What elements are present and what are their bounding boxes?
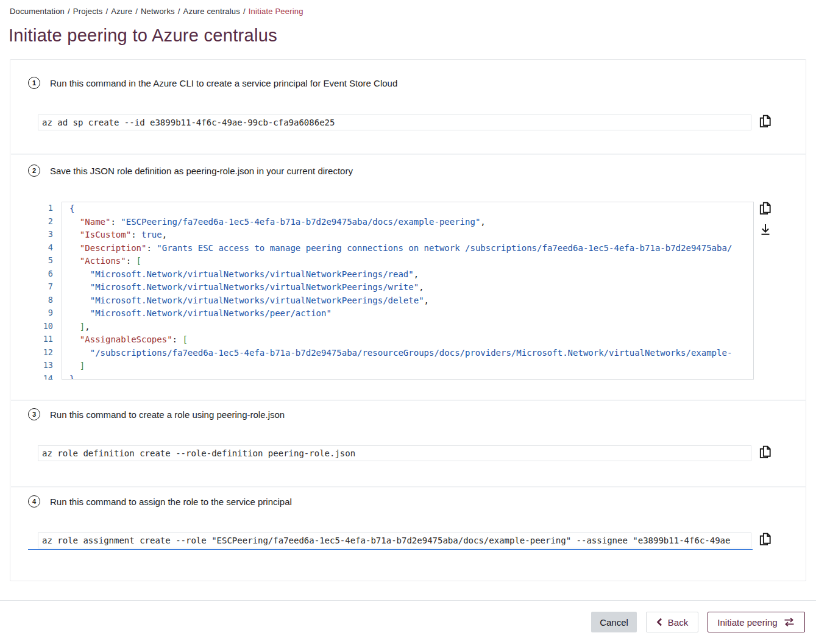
code-line: "/subscriptions/fa7eed6a-1ec5-4efa-b71a-… <box>69 347 753 360</box>
line-number: 11 <box>28 333 62 346</box>
line-number: 4 <box>28 241 62 255</box>
code-line: "IsCustom": true, <box>69 228 753 242</box>
copy-icon <box>759 445 772 459</box>
step-1-copy-button[interactable] <box>758 113 773 129</box>
line-number: 6 <box>28 267 62 281</box>
breadcrumb-separator: / <box>135 7 138 16</box>
step-1-number-badge: 1 <box>28 77 40 89</box>
breadcrumb: Documentation/Projects/Azure/Networks/Az… <box>10 7 303 16</box>
breadcrumb-separator: / <box>243 7 246 16</box>
step-2-header: 2 Save this JSON role definition as peer… <box>28 165 353 177</box>
line-number: 7 <box>28 280 62 294</box>
step-3-copy-button[interactable] <box>758 444 773 460</box>
line-number: 8 <box>28 294 62 307</box>
code-line: "Microsoft.Network/virtualNetworks/virtu… <box>69 294 753 308</box>
download-icon <box>759 222 772 237</box>
breadcrumb-item-documentation[interactable]: Documentation <box>10 7 65 16</box>
cancel-button[interactable]: Cancel <box>591 612 637 632</box>
step-4-copy-button[interactable] <box>758 531 773 547</box>
line-number: 1 <box>28 202 62 215</box>
editor-gutter: 1234567891011121314 <box>28 202 62 380</box>
step-4-header: 4 Run this command to assign the role to… <box>28 495 292 508</box>
step-1-command-field[interactable]: az ad sp create --id e3899b11-4f6c-49ae-… <box>38 115 751 130</box>
code-line: "Actions": [ <box>69 255 753 268</box>
initiate-peering-button[interactable]: Initiate peering <box>708 612 805 632</box>
code-line: "Microsoft.Network/virtualNetworks/peer/… <box>69 307 753 320</box>
code-line: ] <box>69 359 753 373</box>
footer-divider <box>0 600 816 601</box>
code-line: "Microsoft.Network/virtualNetworks/virtu… <box>69 268 753 281</box>
breadcrumb-current-initiate-peering: Initiate Peering <box>249 7 303 16</box>
section-divider <box>11 154 806 155</box>
line-number: 9 <box>28 306 62 320</box>
json-copy-button[interactable] <box>758 200 773 216</box>
steps-card: 1 Run this command in the Azure CLI to c… <box>10 59 806 581</box>
line-number: 2 <box>28 215 62 228</box>
section-divider <box>11 486 806 487</box>
step-4-number-badge: 4 <box>28 495 40 508</box>
page: Documentation/Projects/Azure/Networks/Az… <box>0 0 816 644</box>
step-2-number-badge: 2 <box>28 165 40 177</box>
line-number: 5 <box>28 254 62 267</box>
back-button-label: Back <box>668 617 688 628</box>
line-number: 13 <box>28 359 62 372</box>
transfer-arrows-icon <box>783 617 795 627</box>
horizontal-scrollbar[interactable] <box>28 549 753 550</box>
copy-icon <box>759 114 772 129</box>
code-line: ], <box>69 320 753 334</box>
copy-icon <box>759 201 772 216</box>
initiate-peering-button-label: Initiate peering <box>717 617 777 628</box>
breadcrumb-separator: / <box>105 7 108 16</box>
json-download-button[interactable] <box>758 222 773 238</box>
page-title: Initiate peering to Azure centralus <box>9 26 277 46</box>
code-line: } <box>69 373 753 380</box>
back-button[interactable]: Back <box>646 612 698 632</box>
code-line: "Name": "ESCPeering/fa7eed6a-1ec5-4efa-b… <box>69 216 753 229</box>
line-number: 12 <box>28 346 62 359</box>
step-3-header: 3 Run this command to create a role usin… <box>28 408 285 420</box>
breadcrumb-item-azure[interactable]: Azure <box>111 7 132 16</box>
cancel-button-label: Cancel <box>600 617 628 628</box>
step-1-header: 1 Run this command in the Azure CLI to c… <box>28 77 397 89</box>
section-divider <box>11 400 806 401</box>
line-number: 10 <box>28 320 62 333</box>
step-1-label: Run this command in the Azure CLI to cre… <box>50 78 397 88</box>
step-4-command-field[interactable]: az role assignment create --role "ESCPee… <box>38 533 751 548</box>
breadcrumb-separator: / <box>178 7 180 16</box>
code-line: { <box>69 202 753 216</box>
code-line: "Microsoft.Network/virtualNetworks/virtu… <box>69 281 753 294</box>
code-line: "Description": "Grants ESC access to man… <box>69 242 753 255</box>
breadcrumb-item-networks[interactable]: Networks <box>141 7 175 16</box>
step-3-command-field[interactable]: az role definition create --role-definit… <box>38 445 751 461</box>
breadcrumb-item-projects[interactable]: Projects <box>73 7 103 16</box>
line-number: 14 <box>28 372 62 380</box>
step-3-number-badge: 3 <box>28 408 40 420</box>
chevron-left-icon <box>656 618 662 626</box>
breadcrumb-item-azure-centralus[interactable]: Azure centralus <box>183 7 240 16</box>
copy-icon <box>759 532 772 547</box>
breadcrumb-separator: / <box>68 7 70 16</box>
step-4-label: Run this command to assign the role to t… <box>50 497 292 507</box>
code-line: "AssignableScopes": [ <box>69 333 753 347</box>
line-number: 3 <box>28 228 62 241</box>
step-3-label: Run this command to create a role using … <box>50 409 285 420</box>
json-editor[interactable]: { "Name": "ESCPeering/fa7eed6a-1ec5-4efa… <box>62 202 754 380</box>
step-2-label: Save this JSON role definition as peerin… <box>50 166 353 176</box>
